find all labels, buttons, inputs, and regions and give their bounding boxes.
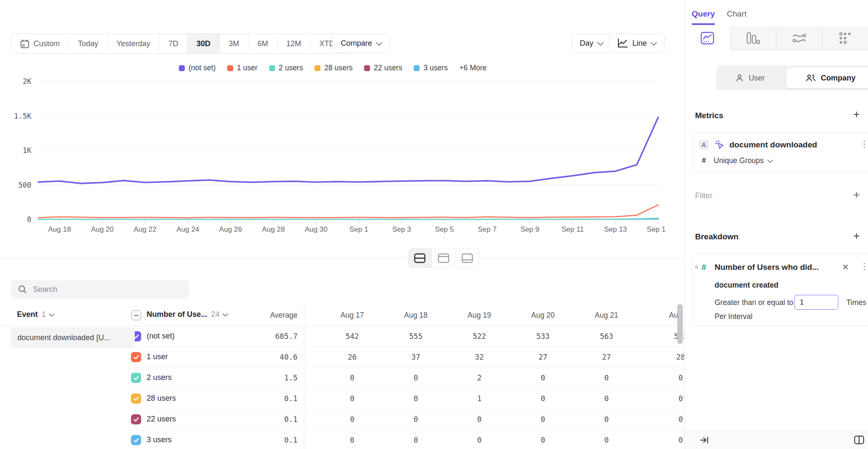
table-cell-value: 0 (638, 374, 684, 382)
add-filter-button[interactable]: + (853, 189, 860, 201)
table-cell-value: 0 (575, 415, 638, 424)
filter-heading: Filter (695, 191, 712, 200)
series-checkbox[interactable] (131, 373, 141, 383)
condition-suffix: Times (846, 298, 866, 307)
table-cell-value: 0 (511, 436, 575, 444)
tab-chart[interactable]: Chart (727, 9, 746, 19)
measure-dropdown[interactable]: Unique Groups (714, 156, 772, 165)
table-cell-value: 0 (320, 415, 384, 424)
metric-kebab-menu[interactable]: ⋮ (860, 140, 868, 149)
add-metric-button[interactable]: + (853, 109, 860, 120)
table-only-view-button[interactable] (456, 249, 479, 267)
svg-text:Sep 15: Sep 15 (647, 225, 665, 233)
svg-text:Aug 26: Aug 26 (219, 225, 242, 233)
chart-type-label: Line (632, 39, 647, 48)
split-view-button[interactable] (408, 249, 432, 267)
event-column-header[interactable]: Event 1 (17, 310, 54, 319)
collapse-sidebar-icon[interactable] (700, 436, 709, 444)
date-range-6m[interactable]: 6M (249, 34, 278, 53)
line-chart-icon (618, 39, 628, 48)
date-range-3m[interactable]: 3M (220, 34, 249, 53)
scope-option-company[interactable]: Company (786, 68, 868, 88)
svg-text:Sep 3: Sep 3 (392, 225, 411, 233)
table-cell-value: 37 (384, 353, 448, 361)
breakdown-card[interactable]: ≡ # Number of Users who did... ✕ ⋮ docum… (693, 254, 868, 326)
company-icon (806, 74, 816, 82)
date-range-control: CustomTodayYesterday7D30D3M6M12MXTD (11, 33, 353, 54)
column-divider (304, 304, 304, 449)
date-range-custom[interactable]: Custom (11, 34, 69, 53)
interval-dropdown[interactable]: Day (571, 33, 611, 53)
series-checkbox[interactable] (131, 352, 141, 362)
select-all-checkbox[interactable] (131, 310, 141, 320)
search-icon (18, 285, 27, 294)
svg-text:500: 500 (18, 181, 31, 189)
series-checkbox[interactable] (131, 435, 141, 445)
date-range-12m[interactable]: 12M (278, 34, 311, 53)
scope-option-user[interactable]: User (716, 66, 784, 90)
breakdown-heading: Breakdown (695, 232, 738, 241)
drag-handle-icon[interactable]: ≡ (695, 263, 698, 270)
table-cell-value: 0 (575, 374, 638, 382)
measure-hash-icon: # (702, 156, 706, 165)
chart-type-dropdown[interactable]: Line (609, 33, 665, 53)
breakdown-kebab-menu[interactable]: ⋮ (860, 262, 868, 271)
table-scrollbar-thumb[interactable] (677, 304, 683, 344)
table-cell-value: 1 (448, 394, 511, 403)
chart-only-view-button[interactable] (432, 249, 456, 267)
date-range-30d[interactable]: 30D (187, 34, 220, 53)
svg-text:Sep 1: Sep 1 (350, 225, 368, 233)
average-value: 0.1 (220, 436, 298, 444)
search-input[interactable] (32, 285, 182, 294)
trend-line-chart[interactable]: 2K1.5K1K5000Aug 18Aug 20Aug 22Aug 24Aug … (0, 68, 665, 237)
metric-letter-badge: A (699, 140, 709, 150)
series-checkbox[interactable] (131, 414, 141, 424)
svg-text:Aug 22: Aug 22 (134, 225, 156, 233)
row-divider (127, 388, 684, 389)
tab-query[interactable]: Query (692, 9, 715, 19)
table-cell-value: 0 (384, 374, 448, 382)
table-cell-value: 522 (448, 332, 511, 341)
svg-text:1K: 1K (23, 146, 32, 155)
metric-card[interactable]: A document downloaded ⋮ # Unique Groups (693, 133, 868, 172)
add-breakdown-button[interactable]: + (853, 230, 860, 242)
series-row-label: 1 user (147, 352, 168, 361)
svg-text:1.5K: 1.5K (14, 112, 32, 120)
svg-text:Aug 30: Aug 30 (305, 225, 328, 233)
active-tab-underline (692, 23, 715, 25)
table-cell-value: 27 (575, 353, 638, 361)
series-checkbox[interactable] (131, 394, 141, 404)
scope-user-label: User (748, 74, 765, 83)
day-column-header: Aug 19 (448, 311, 511, 320)
group-column-header[interactable]: Number of Use... 24 (147, 310, 228, 319)
chevron-down-icon (597, 39, 604, 46)
date-range-yesterday[interactable]: Yesterday (108, 34, 159, 53)
chart-type-tab-bar-chart[interactable] (730, 26, 776, 50)
average-value: 605.7 (220, 332, 298, 341)
user-icon (735, 74, 744, 82)
table-cell-value: 542 (320, 332, 384, 341)
close-icon[interactable]: ✕ (842, 263, 849, 271)
metric-event-name: document downloaded (729, 140, 817, 150)
chart-type-tab-flow[interactable] (776, 26, 822, 50)
split-panel-icon[interactable] (854, 435, 864, 444)
event-list-item[interactable]: document downloaded [U... (11, 327, 135, 348)
framed-line-chart-icon (701, 32, 714, 44)
svg-text:Sep 9: Sep 9 (520, 225, 539, 233)
date-range-7d[interactable]: 7D (159, 34, 187, 53)
chevron-down-icon (767, 157, 773, 163)
measure-label: Unique Groups (714, 156, 764, 165)
table-cell-value: 0 (384, 415, 448, 424)
compare-button[interactable]: Compare (332, 33, 390, 53)
date-range-today[interactable]: Today (69, 34, 108, 53)
event-header-count: 1 (42, 310, 46, 319)
bar-chart-icon (746, 32, 760, 44)
svg-text:Sep 7: Sep 7 (478, 225, 496, 233)
chart-type-tab-line[interactable] (684, 26, 730, 50)
chart-type-tab-grid[interactable] (822, 26, 868, 50)
date-range-label: 3M (229, 39, 239, 48)
condition-value-input[interactable] (794, 295, 838, 310)
table-cell-value: 0 (448, 436, 511, 444)
table-cell-value: 0 (575, 436, 638, 444)
day-column-header: Aug 21 (575, 311, 638, 320)
